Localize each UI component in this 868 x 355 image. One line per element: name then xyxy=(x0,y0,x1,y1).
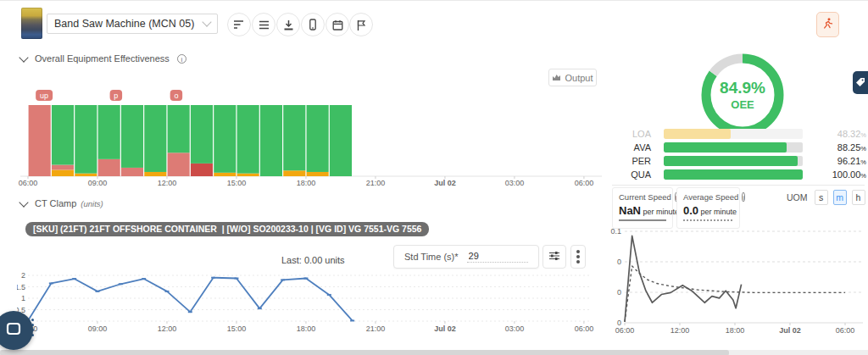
std-time-label: Std Time (s)* xyxy=(404,252,459,262)
average-speed-unit: per minute xyxy=(701,208,737,216)
metric-label: LOA xyxy=(612,129,651,139)
svg-text:03:00: 03:00 xyxy=(505,324,525,333)
uom-option-s[interactable]: s xyxy=(815,190,828,205)
svg-text:0.1: 0.1 xyxy=(610,227,621,236)
mobile-button[interactable] xyxy=(301,13,325,36)
metric-label: AVA xyxy=(612,142,651,153)
sliders-icon xyxy=(548,249,560,264)
flag-button[interactable] xyxy=(349,13,373,36)
output-button-label: Output xyxy=(565,73,593,83)
metric-row-ava: AVA 88.25% xyxy=(612,141,866,153)
download-button[interactable] xyxy=(276,13,300,36)
svg-text:06:00: 06:00 xyxy=(615,326,635,335)
svg-text:21:00: 21:00 xyxy=(366,324,386,333)
metric-row-qua: QUA 100.00% xyxy=(612,169,866,180)
uom-switcher: UOM s m h xyxy=(787,190,865,205)
std-time-input[interactable] xyxy=(467,251,528,263)
info-icon[interactable] xyxy=(742,192,745,202)
kebab-menu-icon xyxy=(576,255,580,258)
current-speed-legend-line xyxy=(619,219,666,221)
download-icon xyxy=(283,19,294,31)
svg-text:06:00: 06:00 xyxy=(575,324,594,333)
metric-value: 48.32 xyxy=(837,129,861,139)
uom-option-m[interactable]: m xyxy=(833,190,847,205)
percent-suffix: % xyxy=(860,131,866,139)
andon-alert-button[interactable] xyxy=(816,12,839,37)
svg-text:Jul 02: Jul 02 xyxy=(434,324,456,333)
ct-units-label: (units) xyxy=(81,199,103,208)
ct-clamp-chart: 21.510.5006:0009:0012:0015:0018:0021:00J… xyxy=(17,265,610,343)
percent-suffix: % xyxy=(860,158,866,166)
svg-text:06:00: 06:00 xyxy=(836,326,855,335)
svg-text:Jul 02: Jul 02 xyxy=(779,326,801,335)
chat-window-icon xyxy=(5,321,22,340)
current-speed-card: Current Speed NaN per minute xyxy=(612,187,673,229)
last-output-label: Last: 0.00 units xyxy=(281,255,345,265)
machine-select[interactable]: Band Saw Machine (MCN 05) xyxy=(47,14,218,34)
svg-text:1.5: 1.5 xyxy=(17,283,25,291)
svg-text:12:00: 12:00 xyxy=(158,179,177,187)
metric-value: 88.25 xyxy=(837,142,861,153)
svg-text:03:00: 03:00 xyxy=(505,179,525,187)
average-speed-legend-line xyxy=(683,219,732,221)
dashboard: Band Saw Machine (MCN 05) Overall Equipm… xyxy=(0,0,868,355)
svg-text:09:00: 09:00 xyxy=(88,324,108,333)
svg-text:12:00: 12:00 xyxy=(670,326,690,335)
svg-text:15:00: 15:00 xyxy=(227,324,247,333)
chevron-down-icon xyxy=(202,17,211,26)
svg-text:p: p xyxy=(114,92,118,100)
svg-text:15:00: 15:00 xyxy=(227,179,247,187)
ct-section-header: CT Clamp (units) xyxy=(20,198,103,208)
svg-text:1: 1 xyxy=(21,294,25,302)
svg-text:21:00: 21:00 xyxy=(366,179,386,187)
svg-text:09:00: 09:00 xyxy=(88,179,108,187)
output-button[interactable]: Output xyxy=(548,69,597,86)
oee-timeline-chart: 06:0009:0012:0015:0018:0021:00Jul 0203:0… xyxy=(17,88,610,190)
current-speed-title: Current Speed xyxy=(619,192,671,202)
oee-donut-chart xyxy=(695,50,790,140)
flag-icon xyxy=(357,19,366,31)
current-speed-unit: per minute xyxy=(643,208,680,216)
calendar-icon xyxy=(332,19,343,31)
collapse-chevron-icon[interactable] xyxy=(19,197,28,207)
metric-row-per: PER 96.21% xyxy=(612,155,866,166)
oee-metric-bars: LOA 48.32% AVA 88.25% PER 96.21% QUA 100… xyxy=(612,128,866,182)
speed-chart: 0.100006:0012:0018:00Jul 0206:00 xyxy=(610,225,868,338)
svg-text:0: 0 xyxy=(617,258,621,266)
percent-suffix: % xyxy=(860,172,866,180)
percent-suffix: % xyxy=(860,145,866,153)
menu-button[interactable] xyxy=(252,13,275,36)
panel-divider xyxy=(612,185,865,186)
ct-section-title: CT Clamp xyxy=(35,198,76,208)
sort-filter-button[interactable] xyxy=(227,13,251,36)
metric-row-loa: LOA 48.32% xyxy=(612,128,866,139)
tag-panel-button[interactable] xyxy=(853,71,868,94)
machine-select-label: Band Saw Machine (MCN 05) xyxy=(54,18,194,30)
oee-section-header: Overall Equipment Effectiveness xyxy=(20,53,186,64)
svg-text:2: 2 xyxy=(21,271,25,280)
uom-label: UOM xyxy=(787,192,808,202)
uom-option-h[interactable]: h xyxy=(852,190,865,205)
scrollbar-thumb[interactable] xyxy=(0,350,729,355)
svg-text:12:00: 12:00 xyxy=(158,324,177,333)
chat-fab-button[interactable] xyxy=(0,311,33,350)
metric-label: PER xyxy=(612,156,651,166)
svg-text:18:00: 18:00 xyxy=(297,179,316,187)
oee-section-title: Overall Equipment Effectiveness xyxy=(35,53,170,64)
calendar-button[interactable] xyxy=(326,13,349,36)
svg-text:06:00: 06:00 xyxy=(575,179,594,187)
collapse-chevron-icon[interactable] xyxy=(19,53,28,62)
output-chart-icon xyxy=(552,73,561,83)
mobile-icon xyxy=(308,19,318,31)
sort-filter-icon xyxy=(233,19,245,30)
machine-thumbnail[interactable] xyxy=(21,8,42,39)
horizontal-scrollbar[interactable] xyxy=(0,350,868,355)
svg-text:up: up xyxy=(40,92,48,100)
average-speed-title: Average Speed xyxy=(683,192,738,202)
info-icon[interactable] xyxy=(177,54,186,64)
average-speed-value: 0.0 xyxy=(683,204,698,217)
tag-icon xyxy=(855,75,865,91)
metric-value: 100.00 xyxy=(832,169,861,180)
current-speed-value: NaN xyxy=(619,204,641,217)
menu-icon xyxy=(259,20,270,30)
